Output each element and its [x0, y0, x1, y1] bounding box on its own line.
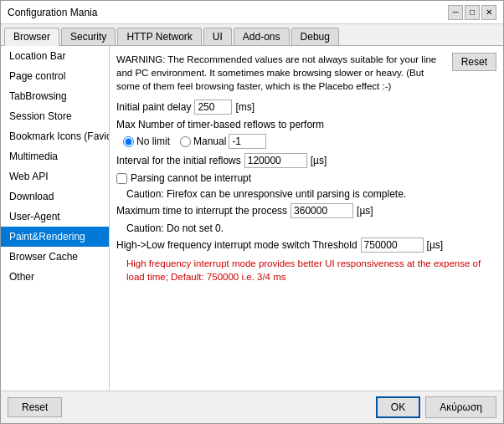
- main-window: Configuration Mania ─ □ ✕ Browser Securi…: [0, 0, 504, 424]
- max-interrupt-input[interactable]: [291, 203, 353, 218]
- reflows-radio-group: No limit Manual: [123, 134, 496, 149]
- sidebar-item-tabbrowsing[interactable]: TabBrowsing: [1, 86, 109, 106]
- caution-set-text: Caution: Do not set 0.: [126, 222, 496, 234]
- manual-label: Manual: [193, 135, 226, 147]
- window-title: Configuration Mania: [8, 7, 97, 18]
- ok-button[interactable]: OK: [376, 396, 420, 418]
- bottom-left: Reset: [8, 397, 62, 417]
- max-interrupt-label: Maximum time to interrupt the process: [116, 205, 287, 217]
- initial-paint-delay-input[interactable]: [194, 100, 232, 115]
- sidebar: Location Bar Page control TabBrowsing Se…: [1, 46, 110, 391]
- reset-top-button[interactable]: Reset: [452, 53, 496, 71]
- interval-label: Interval for the initial reflows: [116, 155, 241, 166]
- maximize-button[interactable]: □: [465, 5, 480, 20]
- max-reflows-label: Max Number of timer-based reflows to per…: [116, 119, 496, 130]
- high-low-label: High->Low frequency interrupt mode switc…: [116, 239, 357, 251]
- window-controls: ─ □ ✕: [448, 5, 496, 20]
- interval-unit: [µs]: [311, 155, 327, 166]
- high-low-input[interactable]: [361, 238, 424, 253]
- no-limit-option: No limit: [123, 135, 170, 147]
- tab-debug[interactable]: Debug: [291, 28, 339, 45]
- high-low-row: High->Low frequency interrupt mode switc…: [116, 238, 496, 253]
- parsing-checkbox-row: Parsing cannot be interrupt: [116, 172, 496, 184]
- sidebar-item-web-api[interactable]: Web API: [1, 166, 109, 186]
- sidebar-item-page-control[interactable]: Page control: [1, 66, 109, 86]
- bottom-right: OK Ακύρωση: [376, 396, 496, 418]
- parsing-checkbox[interactable]: [116, 173, 127, 184]
- caution-parsing-text: Caution: Firefox can be unresponsive unt…: [126, 188, 496, 200]
- reset-bottom-button[interactable]: Reset: [8, 397, 62, 417]
- bottom-bar: Reset OK Ακύρωση: [1, 391, 503, 423]
- interval-row: Interval for the initial reflows [µs]: [116, 153, 496, 168]
- no-limit-label: No limit: [136, 135, 170, 147]
- max-interrupt-unit: [µs]: [357, 205, 373, 217]
- main-panel: Reset WARNING: The Recommended values ar…: [110, 46, 503, 391]
- tab-browser[interactable]: Browser: [4, 28, 59, 46]
- minimize-button[interactable]: ─: [448, 5, 463, 20]
- manual-option: Manual: [180, 134, 266, 149]
- initial-paint-delay-label: Initial paint delay: [116, 101, 191, 113]
- tab-addons[interactable]: Add-ons: [234, 28, 290, 45]
- sidebar-item-download[interactable]: Download: [1, 186, 109, 207]
- warning-text: WARNING: The Recommended values are not …: [116, 53, 496, 93]
- tab-http-network[interactable]: HTTP Network: [117, 28, 201, 45]
- parsing-label: Parsing cannot be interrupt: [131, 172, 251, 184]
- sidebar-item-paint-rendering[interactable]: Paint&Rendering: [1, 227, 109, 247]
- sidebar-item-multimedia[interactable]: Multimedia: [1, 146, 109, 166]
- close-button[interactable]: ✕: [481, 5, 496, 20]
- content-area: Location Bar Page control TabBrowsing Se…: [1, 46, 503, 391]
- manual-value-input[interactable]: [229, 134, 266, 149]
- sidebar-item-session-store[interactable]: Session Store: [1, 106, 109, 126]
- interval-input[interactable]: [244, 153, 307, 168]
- sidebar-item-location-bar[interactable]: Location Bar: [1, 46, 109, 66]
- sidebar-item-browser-cache[interactable]: Browser Cache: [1, 247, 109, 267]
- sidebar-item-bookmark-icons[interactable]: Bookmark Icons (Favicons): [1, 126, 109, 146]
- sidebar-item-user-agent[interactable]: User-Agent: [1, 207, 109, 227]
- manual-radio[interactable]: [180, 136, 191, 147]
- high-freq-info-text: High frequency interrupt mode provides b…: [126, 257, 496, 284]
- sidebar-item-other[interactable]: Other: [1, 267, 109, 287]
- tab-security[interactable]: Security: [61, 28, 116, 45]
- no-limit-radio[interactable]: [123, 136, 134, 147]
- tab-bar: Browser Security HTTP Network UI Add-ons…: [1, 24, 503, 46]
- initial-paint-delay-row: Initial paint delay [ms]: [116, 100, 496, 115]
- title-bar: Configuration Mania ─ □ ✕: [1, 1, 503, 24]
- cancel-button[interactable]: Ακύρωση: [425, 396, 496, 418]
- high-low-unit: [µs]: [427, 239, 444, 251]
- max-interrupt-row: Maximum time to interrupt the process [µ…: [116, 203, 496, 218]
- tab-ui[interactable]: UI: [203, 28, 232, 45]
- initial-paint-delay-unit: [ms]: [235, 101, 255, 113]
